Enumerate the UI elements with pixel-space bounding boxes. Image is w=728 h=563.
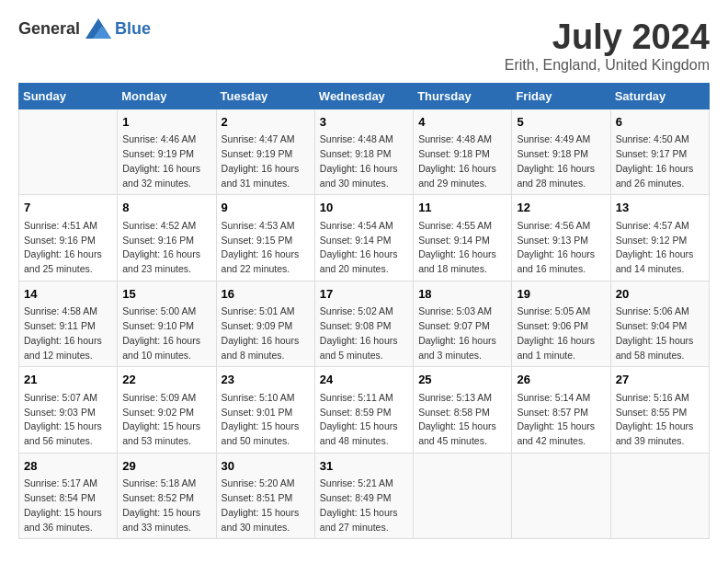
calendar-week: 14Sunrise: 4:58 AM Sunset: 9:11 PM Dayli… xyxy=(19,281,710,367)
calendar-cell: 13Sunrise: 4:57 AM Sunset: 9:12 PM Dayli… xyxy=(610,195,709,282)
calendar-cell: 6Sunrise: 4:50 AM Sunset: 9:17 PM Daylig… xyxy=(610,109,709,195)
column-header-sunday: Sunday xyxy=(19,83,118,109)
cell-content: Sunrise: 5:09 AM Sunset: 9:02 PM Dayligh… xyxy=(122,391,211,449)
day-number: 10 xyxy=(320,199,409,217)
cell-content: Sunrise: 5:01 AM Sunset: 9:09 PM Dayligh… xyxy=(222,304,311,362)
calendar-header: SundayMondayTuesdayWednesdayThursdayFrid… xyxy=(19,83,710,109)
cell-content: Sunrise: 4:54 AM Sunset: 9:14 PM Dayligh… xyxy=(320,219,409,277)
cell-content: Sunrise: 4:57 AM Sunset: 9:12 PM Dayligh… xyxy=(616,219,705,277)
calendar-cell: 12Sunrise: 4:56 AM Sunset: 9:13 PM Dayli… xyxy=(512,195,610,282)
calendar-cell: 23Sunrise: 5:10 AM Sunset: 9:01 PM Dayli… xyxy=(216,367,314,454)
day-number: 22 xyxy=(122,371,211,389)
day-number: 23 xyxy=(222,371,311,389)
cell-content: Sunrise: 4:49 AM Sunset: 9:18 PM Dayligh… xyxy=(517,132,606,190)
cell-content: Sunrise: 4:48 AM Sunset: 9:18 PM Dayligh… xyxy=(418,132,507,190)
day-number: 14 xyxy=(24,285,113,304)
logo: General Blue xyxy=(18,18,151,39)
cell-content: Sunrise: 4:52 AM Sunset: 9:16 PM Dayligh… xyxy=(122,219,211,277)
logo-blue: Blue xyxy=(115,19,151,39)
calendar-cell: 28Sunrise: 5:17 AM Sunset: 8:54 PM Dayli… xyxy=(19,453,118,539)
day-number: 19 xyxy=(517,285,606,304)
calendar-cell: 9Sunrise: 4:53 AM Sunset: 9:15 PM Daylig… xyxy=(216,195,314,282)
subtitle: Erith, England, United Kingdom xyxy=(505,57,710,74)
day-number: 26 xyxy=(517,371,606,389)
cell-content: Sunrise: 4:56 AM Sunset: 9:13 PM Dayligh… xyxy=(517,219,606,277)
day-number: 5 xyxy=(517,113,606,132)
day-number: 29 xyxy=(122,457,211,476)
column-header-tuesday: Tuesday xyxy=(216,83,314,109)
calendar-cell: 15Sunrise: 5:00 AM Sunset: 9:10 PM Dayli… xyxy=(118,281,216,367)
day-number: 7 xyxy=(24,199,113,217)
calendar-cell: 18Sunrise: 5:03 AM Sunset: 9:07 PM Dayli… xyxy=(414,281,512,367)
day-number: 18 xyxy=(418,285,507,304)
calendar-cell: 14Sunrise: 4:58 AM Sunset: 9:11 PM Dayli… xyxy=(19,281,118,367)
calendar-cell: 11Sunrise: 4:55 AM Sunset: 9:14 PM Dayli… xyxy=(414,195,512,282)
calendar-cell: 25Sunrise: 5:13 AM Sunset: 8:58 PM Dayli… xyxy=(414,367,512,454)
calendar-cell xyxy=(19,109,118,195)
cell-content: Sunrise: 4:47 AM Sunset: 9:19 PM Dayligh… xyxy=(222,132,311,190)
calendar-cell: 20Sunrise: 5:06 AM Sunset: 9:04 PM Dayli… xyxy=(610,281,709,367)
day-number: 24 xyxy=(320,371,409,389)
cell-content: Sunrise: 5:16 AM Sunset: 8:55 PM Dayligh… xyxy=(616,391,705,449)
calendar-cell: 7Sunrise: 4:51 AM Sunset: 9:16 PM Daylig… xyxy=(19,195,118,282)
day-number: 27 xyxy=(616,371,705,389)
cell-content: Sunrise: 5:06 AM Sunset: 9:04 PM Dayligh… xyxy=(616,304,705,362)
page-header: General Blue July 2024 Erith, England, U… xyxy=(18,18,710,74)
calendar-cell xyxy=(414,453,512,539)
column-header-thursday: Thursday xyxy=(414,83,512,109)
column-header-saturday: Saturday xyxy=(610,83,709,109)
day-number: 15 xyxy=(122,285,211,304)
title-block: July 2024 Erith, England, United Kingdom xyxy=(505,18,710,74)
cell-content: Sunrise: 4:55 AM Sunset: 9:14 PM Dayligh… xyxy=(418,219,507,277)
calendar-cell: 29Sunrise: 5:18 AM Sunset: 8:52 PM Dayli… xyxy=(118,453,216,539)
calendar-cell: 2Sunrise: 4:47 AM Sunset: 9:19 PM Daylig… xyxy=(216,109,314,195)
logo-general: General xyxy=(18,19,80,39)
cell-content: Sunrise: 5:14 AM Sunset: 8:57 PM Dayligh… xyxy=(517,391,606,449)
cell-content: Sunrise: 4:51 AM Sunset: 9:16 PM Dayligh… xyxy=(24,219,113,277)
day-number: 13 xyxy=(616,199,705,217)
calendar-cell: 5Sunrise: 4:49 AM Sunset: 9:18 PM Daylig… xyxy=(512,109,610,195)
calendar-cell: 19Sunrise: 5:05 AM Sunset: 9:06 PM Dayli… xyxy=(512,281,610,367)
calendar-cell: 27Sunrise: 5:16 AM Sunset: 8:55 PM Dayli… xyxy=(610,367,709,454)
calendar-cell: 31Sunrise: 5:21 AM Sunset: 8:49 PM Dayli… xyxy=(314,453,413,539)
column-header-monday: Monday xyxy=(118,83,216,109)
cell-content: Sunrise: 5:05 AM Sunset: 9:06 PM Dayligh… xyxy=(517,304,606,362)
day-number: 8 xyxy=(122,199,211,217)
calendar-cell xyxy=(512,453,610,539)
cell-content: Sunrise: 5:21 AM Sunset: 8:49 PM Dayligh… xyxy=(320,477,409,534)
day-number: 21 xyxy=(24,371,113,389)
day-number: 1 xyxy=(122,113,211,132)
calendar-week: 7Sunrise: 4:51 AM Sunset: 9:16 PM Daylig… xyxy=(19,195,710,282)
column-header-friday: Friday xyxy=(512,83,610,109)
logo-icon xyxy=(85,18,111,39)
day-number: 25 xyxy=(418,371,507,389)
calendar-table: SundayMondayTuesdayWednesdayThursdayFrid… xyxy=(18,83,710,540)
calendar-week: 1Sunrise: 4:46 AM Sunset: 9:19 PM Daylig… xyxy=(19,109,710,195)
calendar-cell: 1Sunrise: 4:46 AM Sunset: 9:19 PM Daylig… xyxy=(118,109,216,195)
day-number: 30 xyxy=(222,457,311,476)
cell-content: Sunrise: 5:17 AM Sunset: 8:54 PM Dayligh… xyxy=(24,477,113,534)
calendar-cell xyxy=(610,453,709,539)
cell-content: Sunrise: 4:58 AM Sunset: 9:11 PM Dayligh… xyxy=(24,304,113,362)
cell-content: Sunrise: 5:02 AM Sunset: 9:08 PM Dayligh… xyxy=(320,304,409,362)
day-number: 11 xyxy=(418,199,507,217)
day-number: 2 xyxy=(222,113,311,132)
day-number: 17 xyxy=(320,285,409,304)
day-number: 9 xyxy=(222,199,311,217)
cell-content: Sunrise: 5:13 AM Sunset: 8:58 PM Dayligh… xyxy=(418,391,507,449)
cell-content: Sunrise: 4:46 AM Sunset: 9:19 PM Dayligh… xyxy=(122,132,211,190)
day-number: 16 xyxy=(222,285,311,304)
cell-content: Sunrise: 5:18 AM Sunset: 8:52 PM Dayligh… xyxy=(122,477,211,534)
cell-content: Sunrise: 5:03 AM Sunset: 9:07 PM Dayligh… xyxy=(418,304,507,362)
calendar-cell: 30Sunrise: 5:20 AM Sunset: 8:51 PM Dayli… xyxy=(216,453,314,539)
day-number: 20 xyxy=(616,285,705,304)
cell-content: Sunrise: 5:20 AM Sunset: 8:51 PM Dayligh… xyxy=(222,477,311,534)
calendar-week: 21Sunrise: 5:07 AM Sunset: 9:03 PM Dayli… xyxy=(19,367,710,454)
calendar-week: 28Sunrise: 5:17 AM Sunset: 8:54 PM Dayli… xyxy=(19,453,710,539)
calendar-cell: 3Sunrise: 4:48 AM Sunset: 9:18 PM Daylig… xyxy=(314,109,413,195)
day-number: 12 xyxy=(517,199,606,217)
calendar-cell: 16Sunrise: 5:01 AM Sunset: 9:09 PM Dayli… xyxy=(216,281,314,367)
calendar-cell: 22Sunrise: 5:09 AM Sunset: 9:02 PM Dayli… xyxy=(118,367,216,454)
cell-content: Sunrise: 4:50 AM Sunset: 9:17 PM Dayligh… xyxy=(616,132,705,190)
day-number: 28 xyxy=(24,457,113,476)
